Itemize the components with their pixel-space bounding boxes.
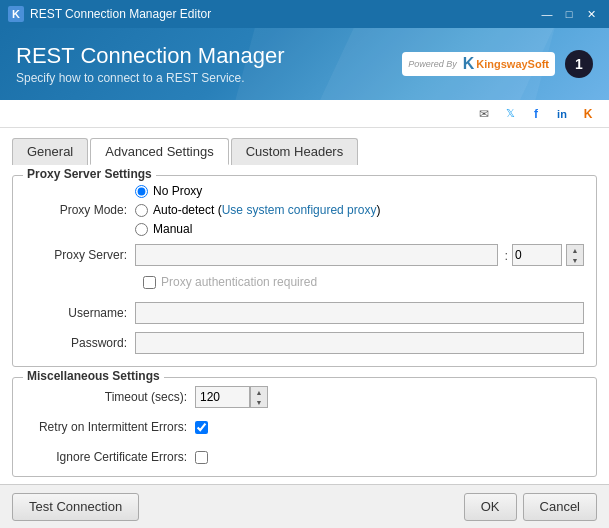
minimize-button[interactable]: — (537, 5, 557, 23)
proxy-server-label: Proxy Server: (25, 248, 135, 262)
proxy-mode-row: Proxy Mode: No Proxy Auto-detect (Use sy… (25, 184, 584, 236)
radio-no-proxy-input[interactable] (135, 185, 148, 198)
timeout-label: Timeout (secs): (25, 390, 195, 404)
password-input[interactable] (135, 332, 584, 354)
password-row: Password: (25, 332, 584, 354)
proxy-auth-row: Proxy authentication required (143, 274, 584, 296)
timeout-input[interactable] (195, 386, 250, 408)
port-spinner: ▲ ▼ (566, 244, 584, 266)
title-bar-text: REST Connection Manager Editor (30, 7, 211, 21)
radio-auto-detect-label: Auto-detect (Use system configured proxy… (153, 203, 380, 217)
header-banner: REST Connection Manager Specify how to c… (0, 28, 609, 100)
proxy-settings-group: Proxy Server Settings Proxy Mode: No Pro… (12, 175, 597, 367)
timeout-spinner-down[interactable]: ▼ (251, 397, 267, 407)
radio-manual-label: Manual (153, 222, 192, 236)
misc-settings-title: Miscellaneous Settings (23, 369, 164, 383)
proxy-settings-title: Proxy Server Settings (23, 167, 156, 181)
social-bar: ✉ 𝕏 f in K (0, 100, 609, 128)
misc-settings-group: Miscellaneous Settings Timeout (secs): ▲… (12, 377, 597, 477)
linkedin-icon[interactable]: in (553, 105, 571, 123)
radio-no-proxy-label: No Proxy (153, 184, 202, 198)
logo-k: K (463, 55, 475, 73)
tab-general[interactable]: General (12, 138, 88, 165)
header-right: Powered By K KingswaySoft 1 (402, 50, 593, 78)
maximize-button[interactable]: □ (559, 5, 579, 23)
tab-bar: General Advanced Settings Custom Headers (12, 138, 597, 165)
close-button[interactable]: ✕ (581, 5, 601, 23)
radio-auto-detect[interactable]: Auto-detect (Use system configured proxy… (135, 203, 380, 217)
radio-auto-detect-input[interactable] (135, 204, 148, 217)
ok-cancel-group: OK Cancel (464, 493, 597, 521)
retry-row: Retry on Intermittent Errors: (25, 416, 584, 438)
cancel-button[interactable]: Cancel (523, 493, 597, 521)
logo-text: KingswaySoft (476, 58, 549, 70)
title-bar-controls: — □ ✕ (537, 5, 601, 23)
proxy-auth-checkbox-label[interactable]: Proxy authentication required (143, 275, 317, 289)
powered-by-text: Powered By (408, 59, 457, 69)
header-subtitle: Specify how to connect to a REST Service… (16, 71, 285, 85)
port-input[interactable] (512, 244, 562, 266)
ok-button[interactable]: OK (464, 493, 517, 521)
ignore-cert-row: Ignore Certificate Errors: (25, 446, 584, 468)
port-group: : ▲ ▼ (504, 244, 584, 266)
tab-advanced[interactable]: Advanced Settings (90, 138, 228, 165)
password-label: Password: (25, 336, 135, 350)
timeout-spinner-up[interactable]: ▲ (251, 387, 267, 397)
bottom-bar: Test Connection OK Cancel (0, 484, 609, 528)
ignore-cert-checkbox[interactable] (195, 451, 208, 464)
port-colon: : (504, 248, 508, 263)
ignore-cert-label: Ignore Certificate Errors: (25, 450, 195, 464)
title-bar-left: K REST Connection Manager Editor (8, 6, 211, 22)
twitter-icon[interactable]: 𝕏 (501, 105, 519, 123)
tab-custom-headers[interactable]: Custom Headers (231, 138, 359, 165)
radio-manual[interactable]: Manual (135, 222, 380, 236)
retry-label: Retry on Intermittent Errors: (25, 420, 195, 434)
powered-by: Powered By K KingswaySoft (402, 52, 555, 76)
test-connection-button[interactable]: Test Connection (12, 493, 139, 521)
port-spinner-down[interactable]: ▼ (567, 255, 583, 265)
username-label: Username: (25, 306, 135, 320)
email-icon[interactable]: ✉ (475, 105, 493, 123)
proxy-auth-text: Proxy authentication required (161, 275, 317, 289)
proxy-mode-options: No Proxy Auto-detect (Use system configu… (135, 184, 380, 236)
badge: 1 (565, 50, 593, 78)
radio-manual-input[interactable] (135, 223, 148, 236)
kingsway-social-icon[interactable]: K (579, 105, 597, 123)
proxy-server-input[interactable] (135, 244, 498, 266)
username-input[interactable] (135, 302, 584, 324)
header-title: REST Connection Manager (16, 43, 285, 69)
port-spinner-up[interactable]: ▲ (567, 245, 583, 255)
proxy-mode-label: Proxy Mode: (25, 203, 135, 217)
main-content: General Advanced Settings Custom Headers… (0, 128, 609, 484)
app-icon: K (8, 6, 24, 22)
timeout-spinner: ▲ ▼ (250, 386, 268, 408)
username-row: Username: (25, 302, 584, 324)
auto-detect-link[interactable]: Use system configured proxy (222, 203, 377, 217)
timeout-input-group: ▲ ▼ (195, 386, 268, 408)
proxy-auth-checkbox[interactable] (143, 276, 156, 289)
radio-no-proxy[interactable]: No Proxy (135, 184, 380, 198)
kingsway-logo: Powered By K KingswaySoft (402, 52, 555, 76)
header-title-area: REST Connection Manager Specify how to c… (16, 43, 285, 85)
facebook-icon[interactable]: f (527, 105, 545, 123)
title-bar: K REST Connection Manager Editor — □ ✕ (0, 0, 609, 28)
retry-checkbox[interactable] (195, 421, 208, 434)
proxy-server-row: Proxy Server: : ▲ ▼ (25, 244, 584, 266)
timeout-row: Timeout (secs): ▲ ▼ (25, 386, 584, 408)
